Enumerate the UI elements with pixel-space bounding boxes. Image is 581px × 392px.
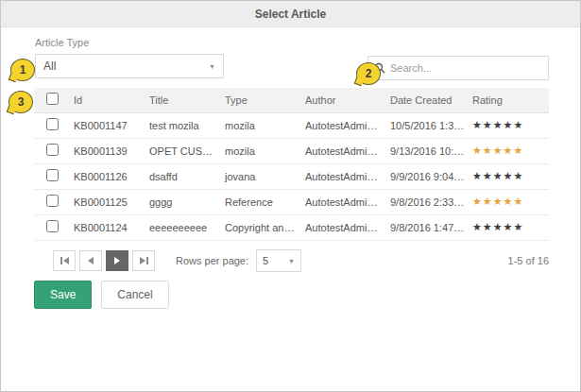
cell-rating: ★★★★★ [469,112,549,138]
articles-table: Id Title Type Author Date Created Rating… [34,88,549,241]
row-checkbox[interactable] [46,195,59,207]
pagination-bar: Rows per page: 5 ▼ 1-5 of 16 [34,245,549,277]
column-header-type[interactable]: Type [221,88,301,112]
cell-title: test mozila [145,112,221,138]
table-row[interactable]: KB0001139OPET CUSTOMmozilaAutotestAdmin … [34,138,549,163]
select-article-dialog: Select Article Article Type All ▼ 1 2 3 … [0,0,581,392]
column-header-rating[interactable]: Rating [469,88,549,112]
rows-per-page-label: Rows per page: [176,255,248,266]
prev-page-icon [88,257,94,264]
cell-date: 9/9/2016 9:04:4... [386,163,469,189]
cell-type: jovana [221,163,301,189]
callout-badge-2: 2 [356,62,381,85]
row-checkbox-cell [34,138,70,163]
callout-number: 1 [20,63,26,77]
rows-per-page-value: 5 [263,255,288,266]
cell-author: AutotestAdmin ... [301,112,386,138]
row-checkbox[interactable] [46,144,59,156]
search-input[interactable] [390,62,542,74]
row-checkbox-cell [34,189,70,214]
cell-rating: ★★★★★ [469,163,549,189]
callout-number: 2 [366,67,372,80]
cell-rating: ★★★★★ [469,214,549,240]
cell-rating: ★★★★★ [469,138,549,163]
chevron-down-icon: ▼ [288,258,295,264]
search-box [367,56,549,80]
table-row[interactable]: KB0001147test mozilamozilaAutotestAdmin … [34,112,549,138]
cell-author: AutotestAdmin ... [301,163,386,189]
chevron-down-icon: ▼ [209,63,215,70]
next-page-icon [114,257,120,264]
cell-author: AutotestAdmin ... [301,189,386,214]
column-header-id[interactable]: Id [70,88,145,112]
rating-stars-icon: ★★★★★ [472,145,523,156]
cell-title: gggg [145,189,221,214]
cell-date: 9/8/2016 2:33:3... [386,189,469,214]
last-page-button[interactable] [132,250,155,271]
cell-id: KB0001139 [70,138,145,163]
row-checkbox[interactable] [46,220,59,232]
cancel-button[interactable]: Cancel [101,281,168,309]
callout-badge-1: 1 [10,59,35,81]
row-checkbox-cell [34,214,70,240]
dialog-actions: Save Cancel [34,281,169,309]
table-row[interactable]: KB0001124eeeeeeeeeeCopyright and ...Auto… [34,214,549,240]
select-all-header-cell [34,88,70,112]
page-range-label: 1-5 of 16 [508,255,549,266]
cell-id: KB0001147 [70,112,145,138]
callout-number: 3 [18,95,25,109]
cell-date: 9/13/2016 10:0... [386,138,469,163]
cell-title: OPET CUSTOM [145,138,221,163]
row-checkbox-cell [34,163,70,189]
row-checkbox-cell [34,112,70,138]
cell-type: mozila [221,138,301,163]
pager-buttons [53,250,155,271]
column-header-title[interactable]: Title [145,88,221,112]
callout-badge-3: 3 [9,91,33,113]
dialog-title: Select Article [255,8,327,21]
dialog-titlebar: Select Article [1,1,580,27]
first-page-icon [60,257,62,264]
table-row[interactable]: KB0001125ggggReferenceAutotestAdmin ...9… [34,189,549,214]
cell-id: KB0001124 [70,214,145,240]
rows-per-page-dropdown[interactable]: 5 ▼ [256,249,301,272]
prev-page-button[interactable] [79,250,102,271]
cell-author: AutotestAdmin ... [301,214,386,240]
last-page-icon [140,257,145,264]
column-header-date[interactable]: Date Created [386,88,469,112]
rating-stars-icon: ★★★★★ [472,196,523,207]
cell-title: dsaffd [145,163,221,189]
first-page-button[interactable] [53,250,76,271]
row-checkbox[interactable] [46,118,59,130]
article-type-label: Article Type [35,37,89,48]
rating-stars-icon: ★★★★★ [472,221,523,232]
cell-date: 9/8/2016 1:47:0... [386,214,469,240]
table-body: KB0001147test mozilamozilaAutotestAdmin … [34,112,549,240]
table-row[interactable]: KB0001126dsaffdjovanaAutotestAdmin ...9/… [34,163,549,189]
cell-title: eeeeeeeeee [145,214,221,240]
rating-stars-icon: ★★★★★ [472,170,523,181]
cell-date: 10/5/2016 1:38:... [386,112,469,138]
select-all-checkbox[interactable] [46,93,59,105]
next-page-button[interactable] [106,250,128,271]
column-header-author[interactable]: Author [301,88,386,112]
cell-author: AutotestAdmin ... [301,138,386,163]
cell-id: KB0001125 [70,189,145,214]
row-checkbox[interactable] [46,169,59,181]
cell-type: Reference [221,189,301,214]
article-type-value: All [43,60,209,73]
rating-stars-icon: ★★★★★ [472,119,523,130]
cell-rating: ★★★★★ [469,189,549,214]
cell-type: Copyright and ... [221,214,301,240]
cell-id: KB0001126 [70,163,145,189]
table-header-row: Id Title Type Author Date Created Rating [34,88,549,112]
article-type-dropdown[interactable]: All ▼ [35,54,224,78]
cell-type: mozila [221,112,301,138]
save-button[interactable]: Save [34,281,92,309]
